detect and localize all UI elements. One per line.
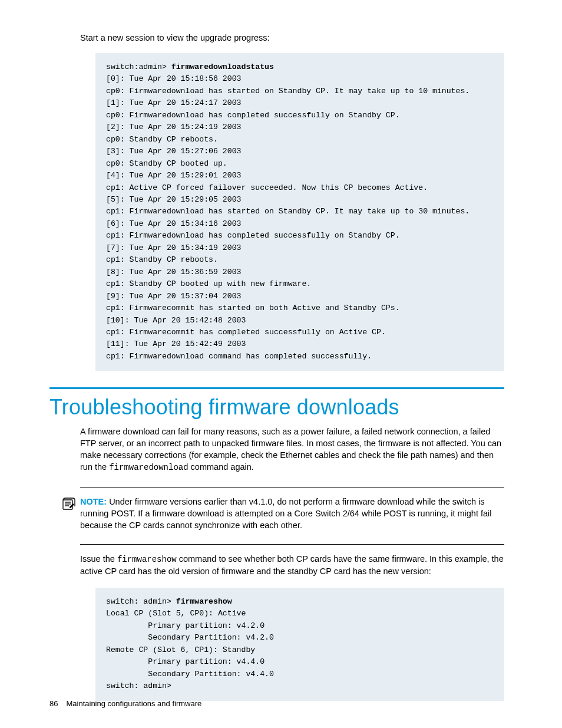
command: firmwareshow: [176, 597, 232, 606]
paragraph-firmwareshow: Issue the firmwareshow command to see wh…: [80, 553, 504, 577]
note-text: NOTE: Under firmware versions earlier th…: [80, 496, 504, 531]
section-title: Troubleshooting firmware downloads: [49, 395, 504, 420]
note-icon: [61, 497, 77, 513]
code-body: Local CP (Slot 5, CP0): Active Primary p…: [106, 609, 274, 690]
note-block: NOTE: Under firmware versions earlier th…: [61, 496, 504, 531]
divider: [80, 544, 504, 545]
code-block-status: switch:admin> firmwaredownloadstatus [0]…: [95, 53, 504, 371]
inline-command: firmwaredownload: [109, 463, 188, 472]
inline-command: firmwareshow: [117, 555, 177, 564]
chapter-title: Maintaining configurations and firmware: [66, 699, 201, 708]
page-number: 86: [49, 699, 58, 708]
section-divider: [49, 387, 504, 389]
code-body: [0]: Tue Apr 20 15:18:56 2003 cp0: Firmw…: [106, 74, 470, 360]
divider: [80, 487, 504, 487]
page-footer: 86Maintaining configurations and firmwar…: [49, 699, 201, 708]
command: firmwaredownloadstatus: [171, 62, 274, 71]
note-label: NOTE:: [80, 497, 107, 506]
prompt: switch:admin>: [106, 62, 171, 71]
code-block-show: switch: admin> firmwareshow Local CP (Sl…: [95, 588, 504, 701]
paragraph-overview: A firmware download can fail for many re…: [80, 426, 504, 473]
intro-text: Start a new session to view the upgrade …: [80, 33, 504, 42]
svg-rect-0: [63, 500, 72, 509]
prompt: switch: admin>: [106, 597, 176, 606]
